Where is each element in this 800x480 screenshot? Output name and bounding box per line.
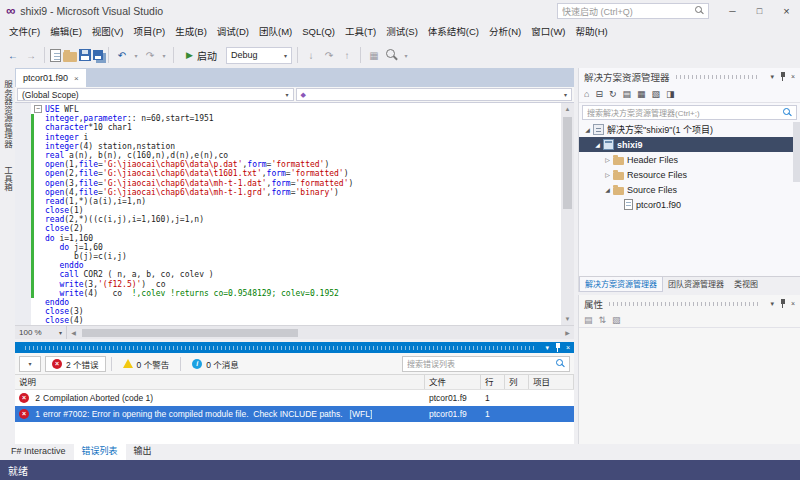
- refresh-icon[interactable]: ↻: [609, 89, 617, 99]
- menu-item[interactable]: 调试(D): [212, 22, 254, 42]
- window-position-icon[interactable]: ▾: [545, 342, 549, 353]
- close-icon[interactable]: ×: [791, 71, 795, 82]
- save-icon[interactable]: [79, 49, 91, 61]
- chevron-expanded-icon[interactable]: ◢: [593, 141, 602, 148]
- pin-icon[interactable]: [779, 72, 787, 81]
- view-code-icon[interactable]: ▤: [623, 89, 632, 99]
- categorized-icon[interactable]: ▤: [584, 315, 593, 325]
- redo-icon[interactable]: ↷: [142, 47, 158, 63]
- menu-item[interactable]: 体系结构(C): [423, 22, 484, 42]
- menu-item[interactable]: 编辑(E): [45, 22, 87, 42]
- panel-tab[interactable]: 团队资源管理器: [663, 277, 729, 292]
- debug-config-select[interactable]: Debug▾: [226, 47, 292, 64]
- step-into-icon[interactable]: ↓: [303, 47, 319, 63]
- redo-dropdown-icon[interactable]: ▾: [160, 47, 168, 63]
- tree-item[interactable]: ◢Source Files: [579, 182, 800, 197]
- panel-tab[interactable]: 解决方案资源管理器: [579, 277, 663, 292]
- minimize-button[interactable]: ─: [719, 0, 746, 22]
- column-header-project[interactable]: 项目: [529, 375, 574, 389]
- tree-scrollbar[interactable]: [793, 122, 800, 182]
- home-icon[interactable]: ⌂: [584, 89, 589, 99]
- errors-filter-button[interactable]: ×2 个错误: [45, 356, 106, 372]
- menu-item[interactable]: 分析(N): [484, 22, 526, 42]
- collapse-all-icon[interactable]: ⊟: [595, 89, 603, 99]
- chevron-collapsed-icon[interactable]: ▷: [603, 156, 612, 163]
- solution-explorer-titlebar[interactable]: 解决方案资源管理器 ▾ ×: [579, 68, 800, 85]
- menu-item[interactable]: SQL(Q): [297, 22, 340, 42]
- close-button[interactable]: ×: [773, 0, 800, 22]
- scope-dropdown[interactable]: (Global Scope) ▾: [17, 88, 294, 101]
- messages-filter-button[interactable]: i0 个消息: [186, 356, 245, 372]
- bottom-tab[interactable]: 错误列表: [74, 444, 126, 460]
- alphabetical-icon[interactable]: ⇅: [599, 315, 607, 325]
- document-tab[interactable]: ptcor01.f90 ×: [16, 69, 86, 87]
- bottom-tab[interactable]: F# Interactive: [3, 444, 74, 460]
- solution-search-input[interactable]: 搜索解决方案资源管理器(Ctrl+;): [582, 105, 797, 120]
- error-row[interactable]: ×2Compilation Aborted (code 1)ptcor01.f9…: [15, 390, 574, 406]
- scroll-left-icon[interactable]: ◀: [67, 327, 80, 339]
- editor-vertical-scrollbar[interactable]: ▲ ▼: [561, 103, 574, 325]
- panel-tab[interactable]: 类视图: [729, 277, 763, 292]
- warnings-filter-button[interactable]: 0 个警告: [117, 356, 176, 372]
- find-icon[interactable]: [384, 47, 400, 63]
- new-file-icon[interactable]: [50, 49, 61, 62]
- column-header-description[interactable]: 说明: [15, 375, 425, 389]
- build-icon[interactable]: ▦: [366, 47, 382, 63]
- pin-icon[interactable]: [554, 343, 562, 352]
- window-position-icon[interactable]: ▾: [770, 71, 774, 82]
- chevron-expanded-icon[interactable]: ◢: [603, 186, 612, 193]
- tree-item[interactable]: ▷Header Files: [579, 152, 800, 167]
- pin-icon[interactable]: [779, 299, 787, 308]
- scroll-up-icon[interactable]: ▲: [561, 103, 574, 115]
- chevron-collapsed-icon[interactable]: ▷: [603, 171, 612, 178]
- scroll-right-icon[interactable]: ▶: [561, 327, 574, 339]
- error-row[interactable]: ×1error #7002: Error in opening the comp…: [15, 406, 574, 422]
- column-header-file[interactable]: 文件: [425, 375, 481, 389]
- menu-item[interactable]: 窗口(W): [526, 22, 570, 42]
- tree-item[interactable]: ◢解决方案"shixi9"(1 个项目): [579, 122, 800, 137]
- undo-icon[interactable]: ↶: [114, 47, 130, 63]
- zoom-control[interactable]: 100 % ▾: [15, 326, 67, 340]
- scrollbar-thumb[interactable]: [563, 117, 572, 209]
- open-file-icon[interactable]: [63, 52, 77, 62]
- step-over-icon[interactable]: ↷: [321, 47, 337, 63]
- bottom-tab[interactable]: 输出: [126, 444, 160, 460]
- toolbar-options-icon[interactable]: ▾: [402, 47, 410, 63]
- properties-icon[interactable]: ▦: [637, 89, 646, 99]
- column-header-line[interactable]: 行: [481, 375, 505, 389]
- editor-horizontal-scrollbar[interactable]: [80, 326, 561, 340]
- menu-item[interactable]: 文件(F): [4, 22, 45, 42]
- chevron-expanded-icon[interactable]: ◢: [583, 126, 592, 133]
- filter-dropdown[interactable]: ▾: [19, 356, 41, 372]
- member-dropdown[interactable]: ◆ ▾: [296, 88, 573, 101]
- start-debug-button[interactable]: ▶启动: [179, 45, 224, 65]
- close-icon[interactable]: ×: [791, 298, 795, 309]
- back-icon[interactable]: ←: [5, 47, 21, 63]
- tab-close-icon[interactable]: ×: [74, 74, 79, 83]
- scroll-down-icon[interactable]: ▼: [561, 313, 574, 325]
- code-editor[interactable]: − USE WFLinteger,parameter:: n=60,start=…: [15, 103, 574, 325]
- close-icon[interactable]: ×: [566, 342, 570, 353]
- window-position-icon[interactable]: ▾: [770, 298, 774, 309]
- property-pages-icon[interactable]: ▧: [612, 315, 621, 325]
- error-list-titlebar[interactable]: ▾ ×: [15, 342, 574, 353]
- sidebar-vertical-tab[interactable]: 工具箱: [1, 160, 15, 198]
- menu-item[interactable]: 视图(V): [87, 22, 129, 42]
- show-all-files-icon[interactable]: ▧: [652, 89, 661, 99]
- step-out-icon[interactable]: ↑: [339, 47, 355, 63]
- save-all-icon[interactable]: [93, 50, 103, 60]
- menu-item[interactable]: 项目(P): [128, 22, 170, 42]
- menu-item[interactable]: 工具(T): [340, 22, 381, 42]
- tree-item[interactable]: ptcor01.f90: [579, 197, 800, 212]
- column-header-column[interactable]: 列: [505, 375, 529, 389]
- properties-titlebar[interactable]: 属性 ▾ ×: [579, 295, 800, 312]
- menu-item[interactable]: 生成(B): [170, 22, 212, 42]
- menu-item[interactable]: 团队(M): [254, 22, 297, 42]
- error-search-input[interactable]: 搜索错误列表: [402, 356, 570, 372]
- tree-item[interactable]: ◢shixi9: [579, 137, 800, 152]
- maximize-button[interactable]: □: [746, 0, 773, 22]
- scrollbar-thumb[interactable]: [82, 329, 298, 337]
- quick-launch-input[interactable]: 快速启动 (Ctrl+Q): [557, 3, 709, 19]
- menu-item[interactable]: 测试(S): [381, 22, 423, 42]
- undo-dropdown-icon[interactable]: ▾: [132, 47, 140, 63]
